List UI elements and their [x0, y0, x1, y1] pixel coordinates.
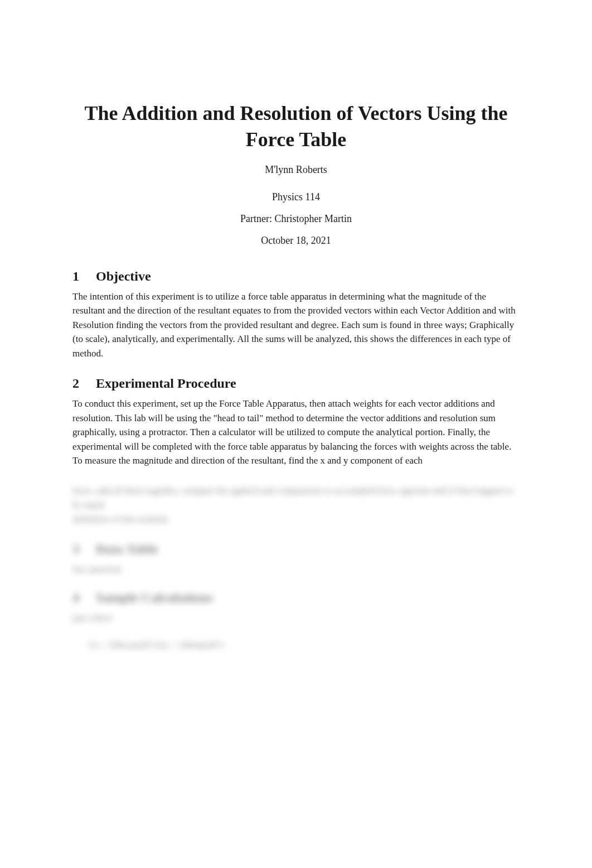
- document-date: October 18, 2021: [72, 235, 520, 247]
- section-1-title: Objective: [96, 269, 151, 284]
- section-4-formula: Fx = 200cos(30°) Fy = 100sin(30°): [72, 638, 520, 653]
- blurred-preview-region: force, add all them together, compute th…: [72, 484, 520, 653]
- section-4-body: part where: [72, 611, 520, 625]
- section-3-heading: 3 Data Table: [72, 542, 520, 557]
- section-1-heading: 1 Objective: [72, 269, 520, 284]
- author-name: M'lynn Roberts: [72, 164, 520, 176]
- partner-name: Partner: Christopher Martin: [72, 213, 520, 225]
- section-4-heading: 4 Sample Calculations: [72, 590, 520, 605]
- section-1-number: 1: [72, 269, 83, 284]
- section-1-body: The intention of this experiment is to u…: [72, 290, 520, 361]
- section-3-body: See attached.: [72, 562, 520, 577]
- section-4-title: Sample Calculations: [96, 590, 213, 605]
- course-name: Physics 114: [72, 191, 520, 203]
- section-4-number: 4: [72, 590, 83, 605]
- blurred-continuation-text: force, add all them together, compute th…: [72, 484, 520, 527]
- section-2-title: Experimental Procedure: [96, 376, 236, 391]
- document-title: The Addition and Resolution of Vectors U…: [72, 100, 520, 153]
- section-2-body: To conduct this experiment, set up the F…: [72, 397, 520, 468]
- section-3-title: Data Table: [96, 542, 158, 557]
- section-2-heading: 2 Experimental Procedure: [72, 376, 520, 391]
- section-2-number: 2: [72, 376, 83, 391]
- section-3-number: 3: [72, 542, 83, 557]
